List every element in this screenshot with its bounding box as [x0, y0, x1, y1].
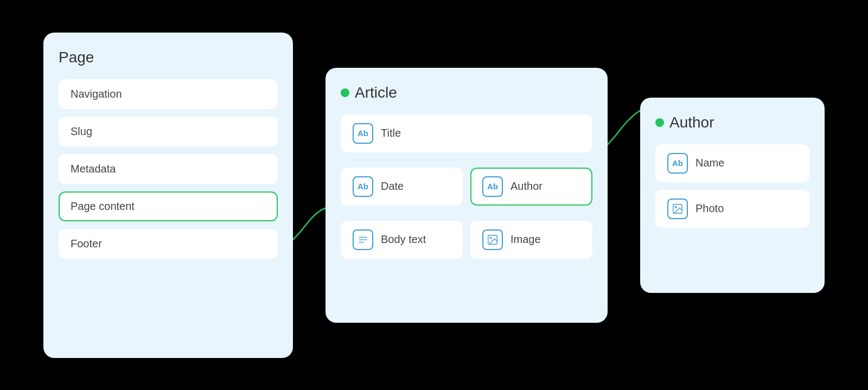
author-name-field[interactable]: Ab Name: [655, 144, 809, 182]
ab-icon-title: Ab: [353, 123, 373, 144]
ab-icon-author: Ab: [482, 176, 503, 197]
ab-icon-date: Ab: [353, 176, 373, 197]
article-image-field[interactable]: Image: [470, 221, 592, 259]
ab-icon-name: Ab: [667, 153, 688, 174]
author-card-title: Author: [655, 114, 809, 131]
photo-svg: [672, 203, 684, 215]
article-card: Article Ab Title Ab Date Ab Author: [326, 68, 608, 323]
article-author-label: Author: [510, 180, 542, 193]
article-bodytext-field[interactable]: Body text: [341, 221, 463, 259]
article-fields-grid: Ab Title Ab Date Ab Author: [341, 114, 592, 266]
navigation-label: Navigation: [71, 88, 122, 100]
text-icon-bodytext: [353, 229, 373, 250]
article-bodytext-label: Body text: [381, 233, 426, 246]
author-name-label: Name: [695, 157, 724, 169]
author-photo-field[interactable]: Photo: [655, 190, 809, 228]
page-content-field[interactable]: Page content: [59, 191, 278, 221]
page-title-text: Page: [59, 49, 94, 66]
page-card-title: Page: [59, 49, 278, 66]
article-title-field[interactable]: Ab Title: [341, 114, 592, 152]
article-dot-indicator: [341, 88, 349, 97]
image-svg: [487, 234, 499, 246]
footer-label: Footer: [71, 238, 102, 250]
slug-label: Slug: [71, 125, 92, 138]
img-icon-image: [482, 229, 503, 250]
metadata-label: Metadata: [71, 163, 116, 175]
svg-point-6: [675, 206, 676, 208]
page-footer-field[interactable]: Footer: [59, 229, 278, 259]
page-metadata-field[interactable]: Metadata: [59, 154, 278, 184]
page-card: Page Navigation Slug Metadata Page conte…: [43, 33, 293, 358]
page-content-label: Page content: [71, 200, 135, 213]
article-image-label: Image: [510, 233, 541, 246]
img-icon-photo: [667, 199, 688, 219]
author-card: Author Ab Name Photo: [640, 98, 825, 293]
article-author-field[interactable]: Ab Author: [470, 168, 592, 206]
page-slug-field[interactable]: Slug: [59, 117, 278, 146]
canvas: Page Navigation Slug Metadata Page conte…: [0, 0, 868, 390]
article-title-label: Title: [381, 127, 401, 139]
author-fields-list: Ab Name Photo: [655, 144, 809, 235]
article-title-text: Article: [355, 84, 397, 101]
svg-point-4: [490, 237, 492, 239]
author-title-text: Author: [669, 114, 714, 131]
lines-svg: [357, 234, 369, 246]
article-date-label: Date: [381, 180, 404, 193]
author-dot-indicator: [655, 118, 664, 127]
article-card-title: Article: [341, 84, 592, 101]
page-navigation-field[interactable]: Navigation: [59, 79, 278, 109]
article-date-field[interactable]: Ab Date: [341, 168, 463, 206]
author-photo-label: Photo: [695, 202, 724, 215]
